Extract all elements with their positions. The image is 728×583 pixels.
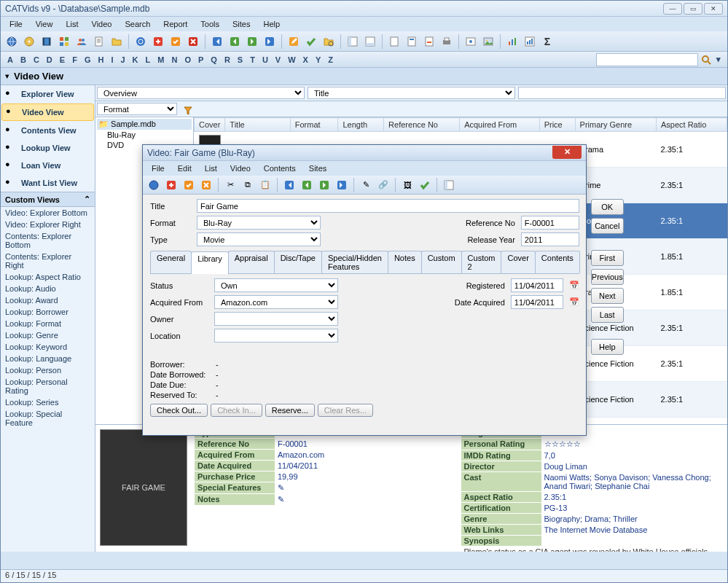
menu-file[interactable]: File — [4, 18, 28, 30]
col-acquired-from[interactable]: Acquired From — [460, 118, 540, 132]
delete-icon[interactable] — [198, 177, 214, 193]
tree-filter[interactable]: Format — [97, 103, 177, 115]
next-icon[interactable] — [316, 177, 332, 193]
cancel-button[interactable]: Cancel — [591, 218, 624, 234]
dateacq-input[interactable] — [511, 295, 563, 309]
alpha-search-input[interactable] — [596, 53, 698, 66]
tab-custom[interactable]: Custom — [421, 251, 462, 273]
refresh-icon[interactable] — [133, 34, 149, 50]
folder-icon[interactable] — [109, 34, 125, 50]
stats-icon[interactable] — [522, 34, 538, 50]
alpha-J[interactable]: J — [118, 55, 127, 65]
calendar-icon[interactable]: 📅 — [569, 297, 579, 307]
previous-button[interactable]: Previous — [591, 269, 624, 285]
alpha-N[interactable]: N — [169, 55, 179, 65]
next-button[interactable]: Next — [591, 288, 624, 304]
custom-view-link[interactable]: Lookup: Series — [1, 396, 95, 408]
custom-view-link[interactable]: Lookup: Personal Rating — [1, 376, 95, 396]
col-reference-no[interactable]: Reference No — [384, 118, 460, 132]
col-price[interactable]: Price — [539, 118, 575, 132]
sidebar-lookup-view[interactable]: ●Lookup View — [1, 139, 95, 157]
status-select[interactable]: Own — [214, 278, 338, 292]
custom-view-link[interactable]: Contents: Explorer Bottom — [1, 230, 95, 251]
minimize-button[interactable]: — — [663, 3, 682, 15]
tab-custom-2[interactable]: Custom 2 — [461, 251, 502, 273]
pencil-icon[interactable]: ✎ — [358, 177, 374, 193]
tick-icon[interactable] — [303, 34, 319, 50]
alpha-D[interactable]: D — [44, 55, 55, 65]
checkout-button[interactable]: Check Out... — [150, 404, 208, 417]
checkin-button[interactable]: Check In... — [211, 404, 262, 417]
cut-icon[interactable]: ✂ — [222, 177, 238, 193]
acqfrom-select[interactable]: Amazon.com — [214, 295, 338, 309]
ok-button[interactable]: OK — [591, 199, 624, 215]
img-icon[interactable]: 🖼 — [399, 177, 415, 193]
type-select[interactable]: Movie — [197, 232, 321, 246]
col-length[interactable]: Length — [338, 118, 384, 132]
dlg-menu-edit[interactable]: Edit — [172, 163, 197, 174]
dlg-menu-sites[interactable]: Sites — [303, 163, 332, 174]
dialog-close-button[interactable]: ✕ — [552, 146, 582, 159]
alpha-B[interactable]: B — [18, 55, 28, 65]
tree-filter-icon[interactable] — [180, 103, 196, 119]
menu-report[interactable]: Report — [157, 18, 193, 30]
paste-icon[interactable]: 📋 — [257, 177, 273, 193]
help-button[interactable]: Help — [591, 339, 624, 355]
collapse-icon[interactable]: ▾ — [5, 71, 9, 81]
note-icon[interactable] — [91, 34, 107, 50]
location-select[interactable] — [214, 329, 338, 343]
layout2-icon[interactable] — [362, 34, 378, 50]
col-format[interactable]: Format — [290, 118, 338, 132]
alpha-K[interactable]: K — [130, 55, 141, 65]
owner-select[interactable] — [214, 312, 338, 326]
prev-icon[interactable] — [299, 177, 315, 193]
dlg-menu-contents[interactable]: Contents — [258, 163, 302, 174]
col-cover[interactable]: Cover — [195, 118, 225, 132]
custom-view-link[interactable]: Lookup: Special Feature — [1, 408, 95, 429]
alpha-A[interactable]: A — [5, 55, 15, 65]
image-icon[interactable] — [480, 34, 496, 50]
tree-root[interactable]: 📁 Sample.mdb — [97, 119, 192, 130]
edit-icon[interactable] — [286, 34, 302, 50]
prev-icon[interactable] — [227, 34, 243, 50]
report3-icon[interactable] — [421, 34, 437, 50]
tree-item-bluray[interactable]: Blu-Ray — [97, 130, 192, 140]
tick-icon[interactable] — [417, 177, 433, 193]
sigma-icon[interactable]: Σ — [539, 34, 555, 50]
menu-search[interactable]: Search — [119, 18, 156, 30]
dlg-menu-list[interactable]: List — [199, 163, 223, 174]
calendar-icon[interactable]: 📅 — [569, 281, 579, 290]
disc-icon[interactable] — [21, 34, 37, 50]
custom-view-link[interactable]: Lookup: Genre — [1, 329, 95, 341]
tab-library[interactable]: Library — [191, 251, 229, 274]
globe-icon[interactable] — [146, 177, 162, 193]
custom-view-link[interactable]: Lookup: Audio — [1, 283, 95, 294]
film-icon[interactable] — [39, 34, 55, 50]
preview-icon[interactable] — [463, 34, 479, 50]
custom-view-link[interactable]: Lookup: Person — [1, 364, 95, 376]
custom-view-link[interactable]: Lookup: Format — [1, 318, 95, 329]
alpha-M[interactable]: M — [155, 55, 166, 65]
chevron-down-icon[interactable]: ▾ — [714, 54, 723, 65]
sidebar-video-view[interactable]: ●Video View — [1, 103, 94, 121]
first-icon[interactable] — [281, 177, 297, 193]
menu-help[interactable]: Help — [258, 18, 286, 30]
custom-view-link[interactable]: Lookup: Language — [1, 353, 95, 364]
alpha-H[interactable]: H — [95, 55, 106, 65]
format-select[interactable]: Blu-Ray — [197, 216, 321, 230]
print-icon[interactable] — [439, 34, 455, 50]
last-button[interactable]: Last — [591, 307, 624, 323]
sidebar-explorer-view[interactable]: ●Explorer View — [1, 85, 95, 103]
tab-special-hidden-features[interactable]: Special/Hidden Features — [321, 251, 388, 273]
globe-icon[interactable] — [4, 34, 20, 50]
alpha-E[interactable]: E — [58, 55, 67, 65]
menu-video[interactable]: Video — [86, 18, 118, 30]
clearres-button[interactable]: Clear Res... — [318, 404, 373, 417]
custom-view-link[interactable]: Lookup: Award — [1, 294, 95, 306]
first-icon[interactable] — [209, 34, 225, 50]
link-icon[interactable]: 🔗 — [375, 177, 391, 193]
first-button[interactable]: First — [591, 250, 624, 266]
tab-general[interactable]: General — [150, 251, 192, 273]
ref-input[interactable] — [521, 216, 579, 230]
tab-disc-tape[interactable]: Disc/Tape — [274, 251, 322, 273]
